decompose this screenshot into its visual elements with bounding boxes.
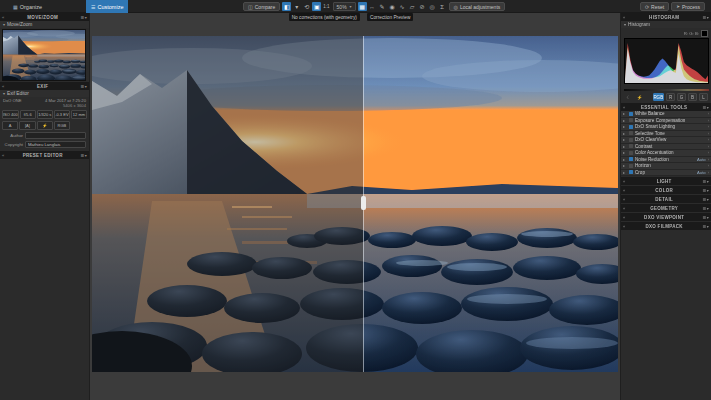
tool-toggle[interactable] (629, 112, 633, 116)
channel-button-l[interactable]: L (699, 93, 708, 101)
menu-icon[interactable]: ☰▾ (703, 179, 709, 184)
exif-field[interactable]: 1/320 s (37, 110, 53, 119)
expand-icon[interactable]: ▸ (623, 144, 627, 149)
histogram-header[interactable]: « HISTOGRAM ☰▾ (621, 13, 711, 21)
rotate-left-icon[interactable]: ⟲ (302, 2, 311, 11)
shadow-clipping-icon[interactable]: ☾ (624, 93, 633, 101)
more-icon[interactable]: › (708, 137, 709, 142)
more-icon[interactable]: › (708, 170, 709, 175)
tool-toggle[interactable] (629, 118, 633, 122)
exif-field[interactable]: -0.3 EV (54, 110, 70, 119)
process-button[interactable]: ➤ Process (671, 2, 705, 11)
menu-icon[interactable]: ☰▾ (703, 197, 709, 202)
expand-icon[interactable]: ▸ (623, 124, 627, 129)
navigator-thumbnail[interactable] (2, 29, 86, 81)
photo-split-view[interactable] (92, 36, 618, 372)
split-caret-icon[interactable]: ▾ (292, 2, 301, 11)
curve-icon[interactable]: ∿ (398, 2, 407, 11)
section-header-color[interactable]: «COLOR☰▾ (621, 186, 711, 194)
more-icon[interactable]: › (708, 144, 709, 149)
tool-toggle[interactable] (629, 170, 633, 174)
more-icon[interactable]: › (708, 111, 709, 116)
tool-auto-value: Auto (697, 157, 706, 162)
exif-mode-field[interactable]: [A] (19, 121, 35, 130)
essential-tools-header[interactable]: « ESSENTIAL TOOLS ☰▾ (621, 103, 711, 111)
exif-subheader[interactable]: ▾ Exif Editor (0, 90, 89, 97)
tool-toggle[interactable] (629, 138, 633, 142)
menu-icon[interactable]: ☰▾ (81, 84, 87, 89)
expand-icon[interactable]: ▸ (623, 118, 627, 123)
menu-icon[interactable]: ☰▾ (703, 15, 709, 20)
channel-button-g[interactable]: G (677, 93, 686, 101)
expand-icon[interactable]: ▸ (623, 163, 627, 168)
spot-removal-icon[interactable]: ✎ (378, 2, 387, 11)
red-eye-icon[interactable]: ◉ (388, 2, 397, 11)
local-adjustments-button[interactable]: ◎ Local adjustments (449, 2, 506, 11)
tool-toggle[interactable] (629, 151, 633, 155)
section-header-light[interactable]: «LIGHT☰▾ (621, 177, 711, 185)
menu-icon[interactable]: ☰▾ (703, 215, 709, 220)
channel-button-r[interactable]: R (666, 93, 675, 101)
expand-icon[interactable]: ▸ (623, 137, 627, 142)
menu-icon[interactable]: ☰▾ (81, 15, 87, 20)
movezoom-subheader[interactable]: ▾ Move/Zoom (0, 21, 89, 28)
movezoom-header[interactable]: « MOVE/ZOOM ☰▾ (0, 13, 89, 21)
tool-toggle[interactable] (629, 144, 633, 148)
mask-icon[interactable]: ▱ (408, 2, 417, 11)
expand-icon[interactable]: ▸ (623, 170, 627, 175)
more-icon[interactable]: › (708, 124, 709, 129)
tool-toggle[interactable] (629, 131, 633, 135)
section-header-detail[interactable]: «DETAIL☰▾ (621, 195, 711, 203)
menu-icon[interactable]: ☰▾ (703, 206, 709, 211)
protect-icon[interactable]: ⊘ (418, 2, 427, 11)
fit-screen-icon[interactable]: ▣ (312, 2, 321, 11)
zoom-level-select[interactable]: 50% ▾ (333, 2, 356, 11)
menu-icon[interactable]: ☰▾ (703, 188, 709, 193)
section-header-geometry[interactable]: «GEOMETRY☰▾ (621, 204, 711, 212)
channel-button-rgb[interactable]: RGB (653, 93, 665, 101)
more-icon[interactable]: › (708, 157, 709, 162)
reset-button[interactable]: ⟳ Reset (640, 2, 669, 11)
expand-icon[interactable]: ▸ (623, 157, 627, 162)
more-icon[interactable]: › (708, 131, 709, 136)
author-field[interactable] (25, 132, 86, 139)
exif-field[interactable]: f/5.6 (20, 110, 36, 119)
menu-icon[interactable]: ☰▾ (703, 105, 709, 110)
more-icon[interactable]: › (708, 163, 709, 168)
split-handle[interactable] (361, 196, 366, 210)
crop-icon[interactable]: ▦ (358, 2, 367, 11)
expand-icon[interactable]: ▸ (623, 111, 627, 116)
exif-header[interactable]: « EXIF ☰▾ (0, 82, 89, 90)
section-header-dxo-viewpoint[interactable]: «DXO VIEWPOINT☰▾ (621, 213, 711, 221)
menu-icon[interactable]: ☰▾ (703, 224, 709, 229)
tool-toggle[interactable] (629, 125, 633, 129)
exif-mode-field[interactable]: A (2, 121, 18, 130)
chevron-down-icon: ▾ (624, 22, 626, 27)
copyright-field[interactable]: Mathieu Langlais (25, 141, 86, 148)
exif-field[interactable]: ISO 400 (2, 110, 19, 119)
tool-toggle[interactable] (629, 164, 633, 168)
exif-mode-field[interactable]: RGB (54, 121, 70, 130)
highlight-clipping-icon[interactable]: ⚡ (635, 93, 644, 101)
split-view-icon[interactable]: ◧ (282, 2, 291, 11)
expand-icon[interactable]: ▸ (623, 150, 627, 155)
compare-button[interactable]: ◫ Compare (243, 2, 280, 11)
ratio-1to1-button[interactable]: 1:1 (322, 2, 330, 11)
more-icon[interactable]: › (708, 118, 709, 123)
sum-icon[interactable]: Σ (438, 2, 447, 11)
tab-customize[interactable]: ☰ Customize (86, 0, 128, 13)
menu-icon[interactable]: ☰▾ (81, 153, 87, 158)
histogram-subheader[interactable]: ▾ Histogram (621, 21, 711, 28)
preset-editor-header[interactable]: « PRESET EDITOR ☰▾ (0, 151, 89, 159)
more-icon[interactable]: › (708, 150, 709, 155)
exif-mode-field[interactable]: ⚡ (37, 121, 53, 130)
exif-field[interactable]: 12 mm (71, 110, 87, 119)
section-header-dxo-filmpack[interactable]: «DXO FILMPACK☰▾ (621, 222, 711, 230)
expand-icon[interactable]: ▸ (623, 131, 627, 136)
tool-toggle[interactable] (629, 157, 633, 161)
channel-button-b[interactable]: B (688, 93, 697, 101)
eye-icon[interactable]: ◎ (428, 2, 437, 11)
tab-organize[interactable]: ▦ Organize (8, 0, 47, 13)
tool-row-crop[interactable]: ▸CropAuto› (621, 170, 711, 177)
horizon-icon[interactable]: ↔ (368, 2, 377, 11)
